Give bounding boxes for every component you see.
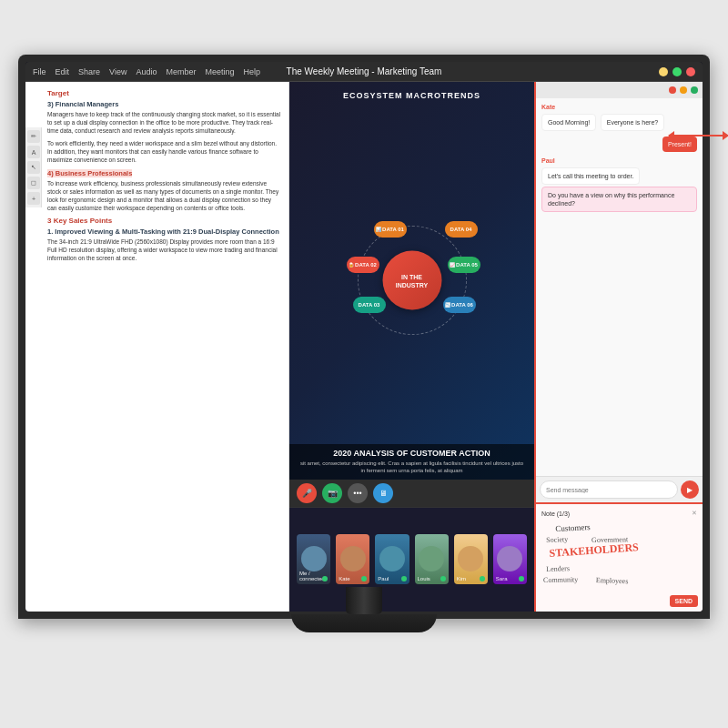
status-dot-louis [440, 576, 446, 581]
avatar-louis [419, 546, 444, 571]
hw-customers: Customers [555, 522, 591, 533]
avatar-paul [379, 546, 405, 571]
maximize-button[interactable] [672, 67, 682, 76]
attendee-name-kate: Kate [339, 576, 349, 581]
sidebar-tools: ✏ A ↖ ◻ + [25, 127, 42, 207]
data-node-01: 📊DATA 01 [374, 221, 407, 238]
monitor-stand [291, 587, 437, 632]
data-node-04: DATA 04 [445, 221, 478, 238]
screen-share-button[interactable]: 🖥 [373, 483, 393, 503]
menu-meeting[interactable]: Meeting [205, 67, 234, 76]
slide-bottom-overlay: 2020 ANALYSIS OF CUSTOMER ACTION sit ame… [289, 444, 534, 480]
menu-audio[interactable]: Audio [136, 67, 157, 76]
hw-stakeholders: STAKEHOLDERS [549, 541, 639, 561]
minimize-button[interactable] [659, 67, 668, 76]
main-content: ✏ A ↖ ◻ + Target 3) Financial Managers M… [25, 82, 703, 612]
menu-help[interactable]: Help [244, 67, 261, 76]
msg-group-paul: Paul Let's call this meeting to order. D… [541, 157, 697, 212]
measurement-line [669, 135, 728, 136]
arrow-left-head [668, 131, 674, 140]
msg-sender-paul: Paul [541, 157, 697, 164]
tool-highlight[interactable]: A [27, 146, 40, 158]
avatar-me [301, 546, 327, 571]
chat-send-icon[interactable]: ▶ [681, 480, 699, 499]
doc-highlight: 4) Business Professionals [47, 169, 132, 177]
chat-messages: Kate Good Morning! Everyone is here? Pre… [536, 98, 703, 476]
monitor-shell: File Edit Share View Audio Member Meetin… [18, 55, 710, 619]
notes-header: Note (1/3) ✕ [541, 510, 697, 517]
tool-zoom[interactable]: + [27, 192, 40, 205]
attendee-name-louis: Louis [418, 576, 430, 581]
avatar-kim [458, 546, 483, 571]
chat-header [536, 82, 703, 98]
chat-input[interactable] [540, 480, 678, 499]
status-dot-paul [401, 576, 407, 581]
notes-area: Note (1/3) ✕ Customers Society Governmen… [536, 502, 703, 612]
attendee-me: Me / connected [297, 534, 330, 584]
avatar-sara [497, 546, 522, 571]
monitor-bezel: File Edit Share View Audio Member Meetin… [25, 62, 703, 612]
msg-bubble-paul1: Let's call this meeting to order. [541, 167, 640, 185]
notes-content: Customers Society Government STAKEHOLDER… [541, 520, 697, 593]
slide-bottom-text: sit amet, consectetur adipiscing elit. C… [298, 460, 525, 475]
doc-target-heading: Target [47, 89, 281, 97]
video-button[interactable]: 📷 [322, 483, 342, 503]
avatar-kate [340, 546, 366, 571]
tool-pencil[interactable]: ✏ [27, 130, 40, 143]
stand-base [291, 614, 437, 632]
msg-group-kate1: Kate Good Morning! Everyone is here? [541, 104, 697, 131]
attendee-kim: Kim [454, 534, 488, 584]
hw-employees: Employees [596, 576, 629, 585]
notes-close-icon[interactable]: ✕ [692, 510, 697, 517]
attendee-kate: Kate [336, 534, 369, 584]
doc-heading2: 3 Key Sales Points [47, 217, 281, 225]
center-label: IN THEINDUSTRY [396, 272, 429, 288]
arrow-right-head [723, 131, 728, 140]
doc-subheading1: 3) Financial Managers [47, 100, 281, 108]
data-node-05: 📈DATA 05 [448, 257, 480, 273]
attendee-name-sara: Sara [496, 576, 508, 581]
msg-bubble-kate1: Good Morning! [541, 114, 596, 131]
center-circle: IN THEINDUSTRY [382, 251, 441, 310]
tool-eraser[interactable]: ◻ [27, 177, 40, 189]
more-button[interactable]: ••• [348, 483, 368, 503]
attendee-name-paul: Paul [378, 576, 389, 581]
slide-bottom-title: 2020 ANALYSIS OF CUSTOMER ACTION [298, 449, 525, 458]
data-node-03: DATA 03 [353, 297, 386, 313]
attendee-name-kim: Kim [457, 576, 466, 581]
chat-input-area: ▶ [536, 476, 703, 502]
data-node-02: 🍺DATA 02 [347, 257, 379, 273]
circle-diagram: IN THEINDUSTRY 📊DATA 01 🍺DATA 02 [349, 217, 476, 344]
menu-file[interactable]: File [33, 67, 46, 76]
screen: File Edit Share View Audio Member Meetin… [25, 62, 703, 612]
presentation-panel: ECOSYSTEM MACROTRENDS IN THEINDUSTRY [289, 82, 534, 612]
attendee-sara: Sara [493, 534, 527, 584]
msg-bubble-paul2: Do you have a view on why this performan… [541, 187, 697, 212]
document-panel: ✏ A ↖ ◻ + Target 3) Financial Managers M… [25, 82, 289, 612]
chat-panel: Kate Good Morning! Everyone is here? Pre… [534, 82, 703, 612]
attendee-paul: Paul [375, 534, 409, 584]
doc-text5: The 34-inch 21:9 UltraWide FHD (2560x108… [47, 238, 281, 262]
chat-dot-green [691, 86, 698, 94]
hw-community: Community [543, 575, 578, 584]
hw-lenders: Lenders [546, 564, 570, 573]
data-node-06: 📉DATA 06 [443, 297, 476, 313]
menu-member[interactable]: Member [166, 67, 196, 76]
menu-view[interactable]: View [109, 67, 126, 76]
doc-subheading2: 4) Business Professionals [47, 169, 281, 177]
tool-cursor[interactable]: ↖ [27, 161, 40, 174]
notes-send-button[interactable]: SEND [670, 595, 698, 607]
msg-sender-kate: Kate [541, 104, 697, 110]
close-button[interactable] [686, 67, 695, 76]
meeting-toolbar: 🎤 📷 ••• 🖥 [289, 480, 534, 507]
menu-share[interactable]: Share [78, 67, 100, 76]
mic-button[interactable]: 🎤 [297, 483, 317, 503]
chat-dot-yellow [680, 86, 687, 94]
menu-edit[interactable]: Edit [56, 67, 70, 76]
title-bar: File Edit Share View Audio Member Meetin… [25, 62, 703, 82]
chat-dot-red [669, 86, 676, 94]
attendee-louis: Louis [415, 534, 449, 584]
window-controls [659, 67, 695, 76]
msg-bubble-kate2: Everyone is here? [601, 114, 664, 131]
doc-subheading3: 1. Improved Viewing & Multi-Tasking with… [47, 228, 281, 236]
